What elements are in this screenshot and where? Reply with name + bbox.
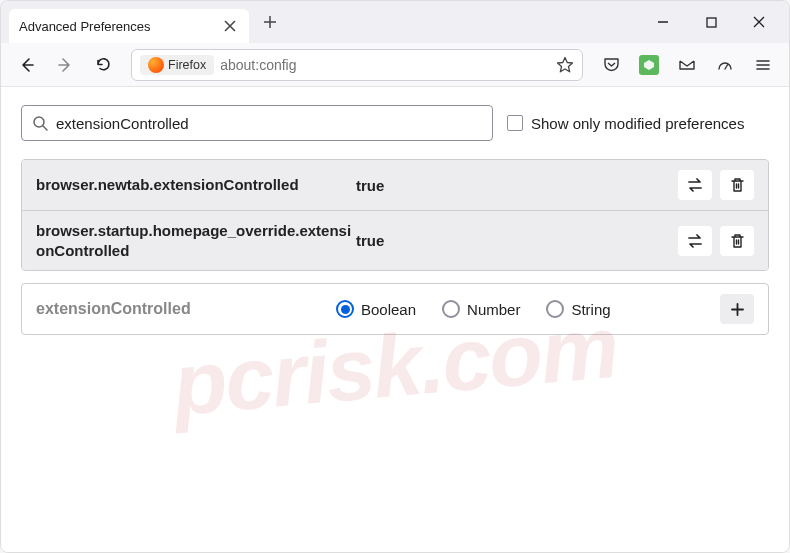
search-input[interactable] [56,115,482,132]
radio-label: Boolean [361,301,416,318]
dashboard-button[interactable] [709,49,741,81]
radio-icon [336,300,354,318]
checkbox-icon [507,115,523,131]
search-box[interactable] [21,105,493,141]
titlebar: Advanced Preferences [1,1,789,43]
tab-title: Advanced Preferences [19,19,151,34]
close-window-button[interactable] [739,6,779,38]
window-controls [643,6,789,38]
brand-label: Firefox [168,58,206,72]
new-pref-name: extensionControlled [36,300,336,318]
toggle-icon [686,234,704,248]
star-icon [556,56,574,74]
firefox-badge: Firefox [140,55,214,75]
menu-button[interactable] [747,49,779,81]
search-icon [32,115,48,131]
plus-icon [730,302,745,317]
pocket-button[interactable] [595,49,627,81]
radio-label: String [571,301,610,318]
pref-value: true [356,232,678,249]
toggle-button[interactable] [678,226,712,256]
url-text: about:config [220,57,296,73]
toggle-icon [686,178,704,192]
tab-advanced-preferences[interactable]: Advanced Preferences [9,9,249,43]
gauge-icon [716,56,734,74]
pref-actions [678,226,754,256]
radio-string[interactable]: String [546,300,610,318]
pref-name: browser.newtab.extensionControlled [36,175,356,195]
trash-icon [730,233,745,249]
delete-button[interactable] [720,170,754,200]
pref-actions [678,170,754,200]
maximize-button[interactable] [691,6,731,38]
type-options: Boolean Number String [336,300,720,318]
radio-icon [442,300,460,318]
browser-window: Advanced Preferences [0,0,790,553]
back-button[interactable] [11,49,43,81]
toolbar: Firefox about:config [1,43,789,87]
minimize-icon [657,16,669,28]
hamburger-icon [755,57,771,73]
preferences-table: browser.newtab.extensionControlled true … [21,159,769,271]
radio-icon [546,300,564,318]
delete-button[interactable] [720,226,754,256]
reload-button[interactable] [87,49,119,81]
pref-name: browser.startup.homepage_override.extens… [36,221,356,260]
table-row[interactable]: browser.startup.homepage_override.extens… [22,210,768,270]
mail-icon [678,56,696,74]
forward-button[interactable] [49,49,81,81]
pocket-icon [603,56,620,73]
new-preference-row: extensionControlled Boolean Number Strin… [21,283,769,335]
reload-icon [95,56,112,73]
maximize-icon [706,17,717,28]
close-tab-button[interactable] [221,17,239,35]
firefox-logo-icon [148,57,164,73]
pref-value: true [356,177,678,194]
address-bar[interactable]: Firefox about:config [131,49,583,81]
search-row: Show only modified preferences [21,105,769,141]
checkbox-label-text: Show only modified preferences [531,115,744,132]
minimize-button[interactable] [643,6,683,38]
content-area: Show only modified preferences browser.n… [1,87,789,552]
show-modified-checkbox[interactable]: Show only modified preferences [507,115,744,132]
toolbar-icons [595,49,779,81]
close-icon [753,16,765,28]
arrow-left-icon [18,56,36,74]
plus-icon [263,15,277,29]
radio-number[interactable]: Number [442,300,520,318]
close-icon [224,20,236,32]
svg-rect-0 [707,18,716,27]
table-row[interactable]: browser.newtab.extensionControlled true [22,160,768,210]
extension-button[interactable] [633,49,665,81]
toggle-button[interactable] [678,170,712,200]
trash-icon [730,177,745,193]
radio-boolean[interactable]: Boolean [336,300,416,318]
new-tab-button[interactable] [255,7,285,37]
mail-button[interactable] [671,49,703,81]
bookmark-button[interactable] [556,56,574,74]
arrow-right-icon [56,56,74,74]
extension-icon [639,55,659,75]
radio-label: Number [467,301,520,318]
add-button[interactable] [720,294,754,324]
